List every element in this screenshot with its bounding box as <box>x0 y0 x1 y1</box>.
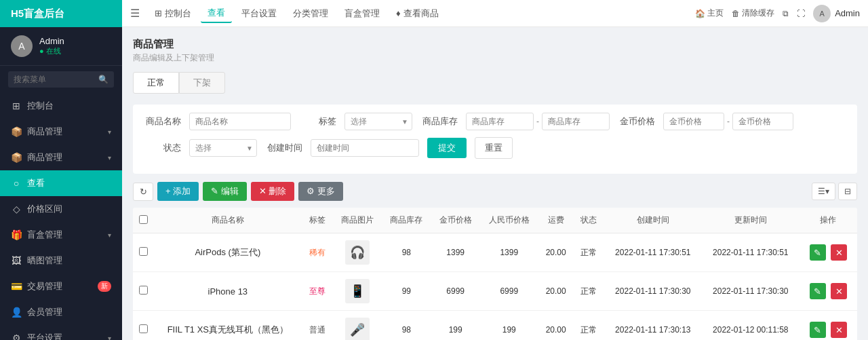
stock-max-input[interactable] <box>542 113 610 130</box>
price-min-input[interactable] <box>663 113 724 130</box>
home-icon: 🏠 <box>695 9 705 18</box>
col-image: 商品图片 <box>333 208 382 233</box>
dashboard-icon: ⊞ <box>11 100 22 111</box>
menu-toggle-icon[interactable]: ☰ <box>130 7 140 20</box>
toolbar-right: ☰▾ ⊟ <box>812 183 857 200</box>
row-stock: 99 <box>382 272 431 311</box>
box-icon: 🎁 <box>11 229 22 240</box>
sidebar-item-goods1[interactable]: 📦 商品管理 ▾ <box>0 119 122 145</box>
clear-cache-button[interactable]: 🗑 清除缓存 <box>732 7 774 19</box>
chevron-icon4: ▾ <box>108 335 111 341</box>
sidebar-item-label: 平台设置 <box>27 332 108 340</box>
row-delete-button-2[interactable]: ✕ <box>831 322 847 338</box>
product-image-0: 🎧 <box>345 240 370 265</box>
sidebar-item-label: 盲盒管理 <box>27 229 108 241</box>
more-button[interactable]: ⚙ 更多 <box>298 182 343 201</box>
reset-button[interactable]: 重置 <box>475 137 513 159</box>
tab-normal[interactable]: 正常 <box>133 72 179 94</box>
row-update-time: 2022-01-11 17:30:30 <box>702 272 800 311</box>
row-edit-button-2[interactable]: ✎ <box>810 322 826 338</box>
main-area: ☰ ⊞ 控制台 查看 平台设置 分类管理 盲盒管理 ♦ 查看商品 <box>122 0 868 340</box>
delete-button[interactable]: ✕ 删除 <box>251 182 295 201</box>
row-tag: 稀有 <box>302 233 333 272</box>
refresh-button[interactable]: ↻ <box>133 183 153 201</box>
nav-item-box[interactable]: 盲盒管理 <box>338 5 387 22</box>
row-checkbox-1[interactable] <box>139 286 148 295</box>
row-tag: 普通 <box>302 311 333 341</box>
price-max-input[interactable] <box>732 113 793 130</box>
row-rmb-price: 1399 <box>480 233 538 272</box>
product-image-1: 📱 <box>345 279 370 303</box>
table-header-row: 商品名称 标签 商品图片 商品库存 金币价格 人民币价格 运费 状态 创建时间 … <box>133 208 857 233</box>
row-shipping: 20.00 <box>538 311 574 341</box>
filter-toggle-button[interactable]: ⊟ <box>838 183 857 200</box>
sidebar-item-trade-mgmt[interactable]: 💳 交易管理 新 <box>0 273 122 299</box>
row-shipping: 20.00 <box>538 272 574 311</box>
nav-item-dashboard[interactable]: ⊞ 控制台 <box>148 5 198 22</box>
row-delete-button-1[interactable]: ✕ <box>831 283 847 299</box>
sidebar-item-label: 控制台 <box>27 100 111 112</box>
sidebar-item-goods2[interactable]: 📦 商品管理 ▾ <box>0 145 122 170</box>
row-gold-price: 199 <box>431 311 479 341</box>
row-actions: ✎ ✕ <box>800 311 857 341</box>
copy-button[interactable]: ⧉ <box>783 9 789 18</box>
goods-icon: 📦 <box>11 126 22 137</box>
row-checkbox-0[interactable] <box>139 247 148 256</box>
sidebar-item-label: 价格区间 <box>27 203 111 215</box>
row-image: 📱 <box>333 272 382 311</box>
sidebar-user-section: A Admin ● 在线 <box>0 27 122 66</box>
row-product-name: iPhone 13 <box>153 272 302 311</box>
nav-item-platform[interactable]: 平台设置 <box>235 5 283 22</box>
sidebar-item-member-mgmt[interactable]: 👤 会员管理 <box>0 299 122 325</box>
sidebar-item-query[interactable]: ○ 查看 <box>0 170 122 196</box>
col-create-time: 创建时间 <box>604 208 702 233</box>
sidebar-item-platform[interactable]: ⚙ 平台设置 ▾ <box>0 325 122 340</box>
nav-goods-icon: ♦ <box>396 8 401 18</box>
member-icon: 👤 <box>11 307 22 318</box>
row-edit-button-0[interactable]: ✎ <box>810 244 826 261</box>
tab-offline[interactable]: 下架 <box>179 72 225 94</box>
home-button[interactable]: 🏠 主页 <box>695 7 724 19</box>
products-table: 商品名称 标签 商品图片 商品库存 金币价格 人民币价格 运费 状态 创建时间 … <box>133 208 857 340</box>
tag-select[interactable]: 选择 稀有 至尊 普通 <box>344 113 412 130</box>
diamond-icon: ◇ <box>11 204 22 214</box>
row-edit-button-1[interactable]: ✎ <box>810 283 826 299</box>
sidebar-item-price-range[interactable]: ◇ 价格区间 <box>0 196 122 222</box>
main-content: 商品管理 商品编辑及上下架管理 正常 下架 商品名称 标签 选择 稀有 <box>122 27 868 340</box>
chevron-icon: ▾ <box>108 128 111 136</box>
add-button[interactable]: + 添加 <box>157 182 199 201</box>
product-name-input[interactable] <box>189 113 291 130</box>
page-subtitle: 商品编辑及上下架管理 <box>133 52 857 64</box>
nav-item-category[interactable]: 分类管理 <box>286 5 335 22</box>
price-sep: - <box>727 117 730 126</box>
nav-item-view-goods[interactable]: ♦ 查看商品 <box>389 5 446 22</box>
row-delete-button-0[interactable]: ✕ <box>831 244 847 261</box>
stock-min-input[interactable] <box>466 113 534 130</box>
nav-item-query[interactable]: 查看 <box>201 4 232 23</box>
submit-button[interactable]: 提交 <box>427 138 467 158</box>
row-gold-price: 1399 <box>431 233 479 272</box>
sidebar-menu: ⊞ 控制台 📦 商品管理 ▾ 📦 商品管理 ▾ ○ 查看 ◇ 价格区间 🎁 盲盒… <box>0 93 122 340</box>
trade-icon: 💳 <box>11 281 22 292</box>
product-name-label: 商品名称 <box>144 115 181 128</box>
sidebar-item-box-mgmt[interactable]: 🎁 盲盒管理 ▾ <box>0 222 122 248</box>
status-select[interactable]: 选择 正常 下架 <box>189 139 257 157</box>
select-all-checkbox[interactable] <box>139 215 148 224</box>
row-actions: ✎ ✕ <box>800 233 857 272</box>
row-product-name: AirPods (第三代) <box>153 233 302 272</box>
col-gold-price: 金币价格 <box>431 208 479 233</box>
expand-button[interactable]: ⛶ <box>797 9 805 18</box>
col-stock: 商品库存 <box>382 208 431 233</box>
row-checkbox-cell <box>133 311 153 341</box>
sidebar-item-photo-mgmt[interactable]: 🖼 晒图管理 <box>0 248 122 273</box>
header-checkbox-col <box>133 208 153 233</box>
row-checkbox-2[interactable] <box>139 324 148 333</box>
row-checkbox-cell <box>133 272 153 311</box>
columns-icon: ☰▾ <box>818 187 829 196</box>
edit-button[interactable]: ✎ 编辑 <box>203 182 247 201</box>
sidebar-item-dashboard[interactable]: ⊞ 控制台 <box>0 93 122 119</box>
row-update-time: 2022-01-11 17:30:51 <box>702 233 800 272</box>
column-settings-button[interactable]: ☰▾ <box>812 183 835 200</box>
topbar: ☰ ⊞ 控制台 查看 平台设置 分类管理 盲盒管理 ♦ 查看商品 <box>122 0 868 27</box>
create-time-input[interactable] <box>311 139 419 157</box>
